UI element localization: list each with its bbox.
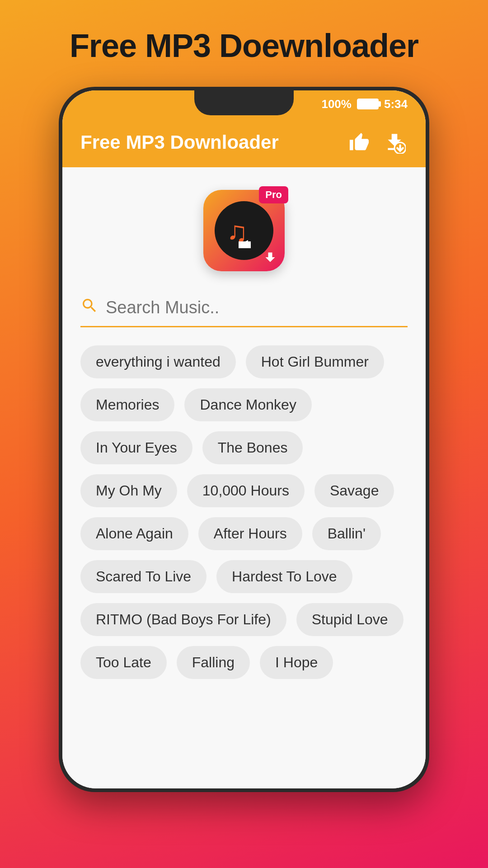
phone-screen: 100% 5:34 Free MP3 Downloader	[62, 90, 426, 788]
svg-rect-3	[239, 241, 251, 248]
tag-item[interactable]: everything i wanted	[80, 345, 236, 378]
tag-item[interactable]: Scared To Live	[80, 560, 206, 593]
tag-item[interactable]: Falling	[177, 646, 250, 679]
tag-item[interactable]: My Oh My	[80, 474, 177, 507]
tag-item[interactable]: Dance Monkey	[184, 388, 311, 421]
app-icon: Pro ♫	[203, 190, 285, 271]
app-bar-title: Free MP3 Downloader	[80, 132, 337, 153]
search-input[interactable]	[106, 298, 408, 317]
battery-percentage: 100%	[321, 97, 352, 111]
tag-item[interactable]: Alone Again	[80, 517, 188, 550]
icon-download-arrow	[262, 248, 278, 266]
pro-badge: Pro	[259, 186, 288, 203]
app-bar: Free MP3 Downloader	[62, 118, 426, 167]
search-icon	[80, 297, 99, 319]
tag-item[interactable]: Ballin'	[312, 517, 381, 550]
page-title: Free MP3 Doewnloader	[70, 27, 418, 64]
tag-item[interactable]: The Bones	[202, 431, 303, 464]
clock: 5:34	[384, 97, 408, 111]
music-note-icon: ♫	[224, 210, 264, 251]
phone-device: 100% 5:34 Free MP3 Downloader	[59, 87, 429, 792]
status-info: 100% 5:34	[321, 97, 408, 111]
status-bar: 100% 5:34	[62, 90, 426, 118]
tag-item[interactable]: After Hours	[198, 517, 302, 550]
tag-item[interactable]: Too Late	[80, 646, 167, 679]
tag-item[interactable]: Stupid Love	[296, 603, 404, 636]
tag-item[interactable]: RITMO (Bad Boys For Life)	[80, 603, 286, 636]
main-content: Pro ♫	[62, 167, 426, 788]
tag-item[interactable]: In Your Eyes	[80, 431, 192, 464]
tag-item[interactable]: Savage	[314, 474, 394, 507]
search-bar[interactable]	[80, 289, 408, 327]
tag-item[interactable]: Memories	[80, 388, 174, 421]
tags-container: everything i wantedHot Girl BummerMemori…	[80, 345, 408, 679]
app-icon-container: Pro ♫	[203, 190, 285, 271]
tag-item[interactable]: I Hope	[260, 646, 333, 679]
notch	[194, 90, 294, 115]
battery-icon	[357, 99, 379, 109]
tag-item[interactable]: Hot Girl Bummer	[246, 345, 384, 378]
like-button[interactable]	[346, 129, 372, 156]
tag-item[interactable]: 10,000 Hours	[187, 474, 305, 507]
tag-item[interactable]: Hardest To Love	[216, 560, 352, 593]
download-button[interactable]	[381, 129, 408, 156]
